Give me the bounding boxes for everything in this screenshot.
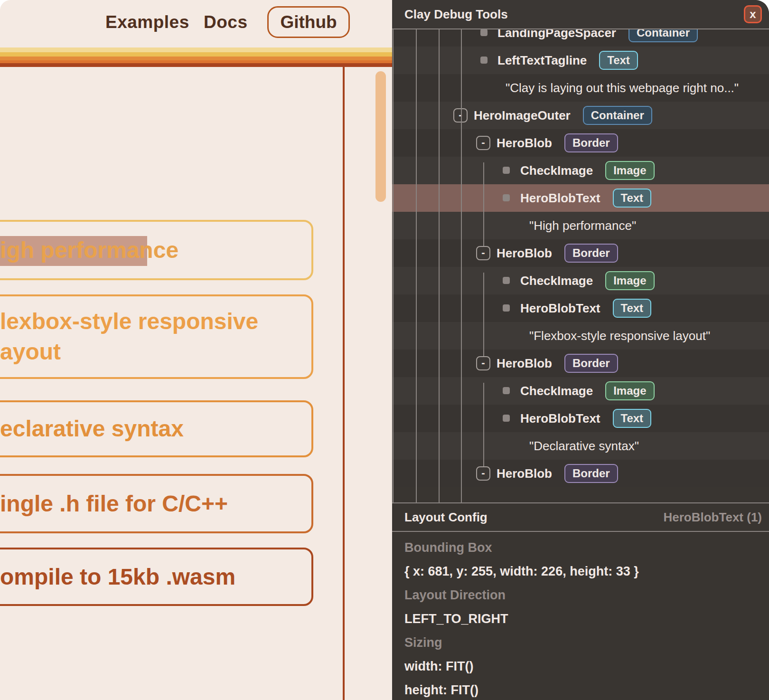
element-name: HeroBlob: [497, 246, 552, 261]
config-value: { x: 681, y: 255, width: 226, height: 33…: [404, 559, 762, 583]
collapse-icon[interactable]: -: [476, 136, 490, 150]
leaf-bullet-icon: [503, 304, 510, 312]
element-name: HeroImageOuter: [474, 108, 571, 123]
feature-box-text: ompile to 15kb .wasm: [0, 562, 311, 592]
selected-element-label: HeroBlobText (1): [663, 510, 762, 525]
tree-row-HeroBlobText[interactable]: HeroBlobTextText: [392, 294, 769, 322]
tree-row-LeftTextTagline[interactable]: LeftTextTaglineText: [392, 47, 769, 74]
tree-row-CheckImage[interactable]: CheckImageImage: [392, 377, 769, 405]
child-connector-line: [483, 273, 484, 356]
element-type-badge: Container: [583, 106, 652, 125]
tree-row-HeroBlobText[interactable]: HeroBlobTextText: [392, 184, 769, 212]
config-section-label: Bounding Box: [404, 536, 762, 559]
page-column-divider: [343, 67, 345, 700]
element-name: HeroBlobText: [520, 411, 600, 426]
config-section-label: Layout Direction: [404, 583, 762, 607]
feature-box-text: eclarative syntax: [0, 414, 311, 444]
close-icon[interactable]: x: [744, 5, 762, 23]
element-type-badge: Border: [564, 464, 618, 483]
child-connector-line: [483, 162, 484, 246]
header-stripe-band: [0, 63, 392, 67]
element-type-badge: Image: [605, 271, 654, 290]
debug-panel-title: Clay Debug Tools: [404, 0, 508, 28]
leaf-bullet-icon: [503, 387, 510, 394]
layout-config-body: Bounding Box{ x: 681, y: 255, width: 226…: [404, 536, 762, 700]
element-type-badge: Text: [613, 299, 652, 318]
tree-row-CheckImage[interactable]: CheckImageImage: [392, 157, 769, 184]
config-section-label: Sizing: [404, 631, 762, 654]
feature-box-text: lexbox-style responsive: [0, 306, 311, 337]
feature-box: ompile to 15kb .wasm: [0, 548, 313, 606]
leaf-bullet-icon: [503, 415, 510, 422]
nav-link-docs[interactable]: Docs: [204, 12, 247, 32]
layout-config-header: Layout Config HeroBlobText (1): [392, 502, 769, 532]
collapse-icon[interactable]: -: [476, 356, 490, 370]
tree-row-string[interactable]: "Flexbox-style responsive layout": [392, 322, 769, 350]
clay-debug-panel: LandingPageSpacerContainerLeftTextTaglin…: [392, 0, 769, 700]
element-type-badge: Image: [605, 381, 654, 400]
tree-row-string[interactable]: "High performance": [392, 212, 769, 239]
text-content-preview: "Declarative syntax": [529, 432, 639, 460]
tree-row-HeroBlob[interactable]: -HeroBlobBorder: [392, 350, 769, 377]
collapse-icon[interactable]: -: [476, 246, 490, 260]
element-name: HeroBlobText: [520, 191, 600, 206]
feature-box: ingle .h file for C/C++: [0, 474, 313, 533]
leaf-bullet-icon: [480, 57, 488, 64]
element-name: HeroBlob: [497, 136, 552, 151]
tree-row-HeroBlob[interactable]: -HeroBlobBorder: [392, 239, 769, 267]
element-name: CheckImage: [520, 384, 593, 398]
indent-guide-line: [439, 29, 440, 502]
header-stripe-band: [0, 52, 392, 57]
header-stripe-band: [0, 57, 392, 60]
element-name: LeftTextTagline: [497, 53, 587, 68]
tree-row-HeroBlob[interactable]: -HeroBlobBorder: [392, 129, 769, 157]
child-connector-line: [483, 383, 484, 466]
text-content-preview: "High performance": [529, 212, 636, 239]
feature-box-text: ingle .h file for C/C++: [0, 489, 311, 519]
tree-row-HeroBlobText[interactable]: HeroBlobTextText: [392, 405, 769, 432]
indent-guide-line: [393, 29, 394, 502]
layout-config-section: Layout Config HeroBlobText (1) Bounding …: [392, 502, 769, 700]
tree-row-CheckImage[interactable]: CheckImageImage: [392, 267, 769, 294]
element-type-badge: Border: [564, 133, 618, 152]
tree-row-string[interactable]: "Clay is laying out this webpage right n…: [392, 74, 769, 102]
feature-box: lexbox-style responsiveayout: [0, 294, 313, 379]
element-type-badge: Text: [613, 409, 652, 428]
config-value: height: FIT(): [404, 678, 762, 700]
collapse-icon[interactable]: -: [453, 108, 468, 123]
page-scrollbar-thumb[interactable]: [375, 71, 386, 202]
feature-box-text: ayout: [0, 337, 311, 367]
leaf-bullet-icon: [503, 167, 510, 174]
github-button[interactable]: Github: [267, 6, 350, 38]
element-tree: LandingPageSpacerContainerLeftTextTaglin…: [392, 0, 769, 502]
element-name: HeroBlob: [497, 356, 552, 371]
header-stripe-band: [0, 47, 392, 52]
leaf-bullet-icon: [503, 194, 510, 201]
text-content-preview: "Clay is laying out this webpage right n…: [506, 74, 739, 102]
feature-box: igh performance: [0, 220, 313, 280]
config-value: width: FIT(): [404, 654, 762, 678]
feature-box-text: igh performance: [0, 235, 311, 265]
tree-row-HeroBlob[interactable]: -HeroBlobBorder: [392, 460, 769, 487]
layout-config-title: Layout Config: [404, 510, 488, 525]
element-type-badge: Text: [613, 189, 652, 208]
element-type-badge: Text: [599, 51, 638, 70]
text-content-preview: "Flexbox-style responsive layout": [529, 322, 710, 350]
indent-guide-line: [461, 29, 462, 502]
feature-box: eclarative syntax: [0, 400, 313, 457]
tree-row-string[interactable]: "Declarative syntax": [392, 432, 769, 460]
element-name: HeroBlobText: [520, 301, 600, 316]
element-name: CheckImage: [520, 163, 593, 178]
element-name: HeroBlob: [497, 466, 552, 481]
element-type-badge: Border: [564, 354, 618, 373]
element-name: CheckImage: [520, 274, 593, 288]
leaf-bullet-icon: [503, 277, 510, 284]
app-window: Examples Docs Github igh performancelexb…: [0, 0, 769, 700]
leaf-bullet-icon: [480, 29, 488, 36]
tree-row-HeroImageOuter[interactable]: -HeroImageOuterContainer: [392, 102, 769, 129]
debug-panel-header: Clay Debug Tools x: [392, 0, 769, 29]
element-type-badge: Image: [605, 161, 654, 180]
nav-link-examples[interactable]: Examples: [105, 12, 189, 32]
collapse-icon[interactable]: -: [476, 466, 490, 481]
element-type-badge: Border: [564, 244, 618, 263]
